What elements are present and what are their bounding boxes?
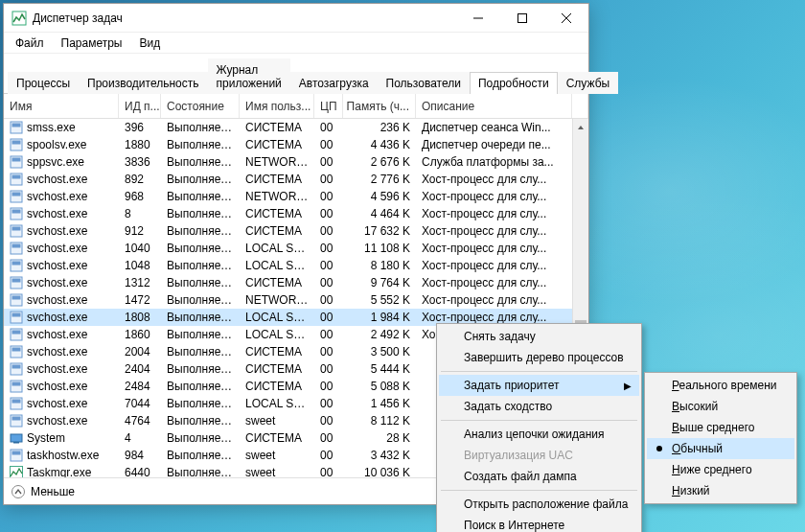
svg-rect-36: [12, 382, 21, 386]
process-user: LOCAL SE...: [240, 328, 314, 341]
process-name: svchost.exe: [27, 190, 87, 203]
process-icon: [10, 311, 23, 324]
menu-item[interactable]: Снять задачу: [439, 326, 639, 347]
svg-rect-38: [12, 400, 21, 404]
process-row[interactable]: svchost.exe1312ВыполняетсяСИСТЕМА009 764…: [4, 274, 572, 291]
scroll-up-button[interactable]: [573, 119, 588, 135]
tab-4[interactable]: Пользователи: [378, 72, 470, 94]
process-desc: Хост-процесс для слу...: [416, 311, 572, 324]
svg-rect-10: [12, 158, 21, 162]
process-row[interactable]: svchost.exe8ВыполняетсяСИСТЕМА004 464 KХ…: [4, 205, 572, 222]
process-cpu: 00: [314, 207, 343, 220]
menu-item[interactable]: Создать файл дампа: [439, 466, 639, 487]
process-cpu: 00: [314, 345, 343, 359]
tab-5[interactable]: Подробности: [470, 72, 558, 94]
col-header-state[interactable]: Состояние: [161, 94, 240, 118]
menu-item[interactable]: Завершить дерево процессов: [439, 347, 639, 368]
process-name: svchost.exe: [27, 397, 87, 410]
process-row[interactable]: spoolsv.exe1880ВыполняетсяСИСТЕМА004 436…: [4, 136, 572, 153]
menu-item[interactable]: Задать приоритет▶: [439, 375, 639, 396]
col-header-desc[interactable]: Описание: [416, 94, 572, 118]
fewer-details-icon[interactable]: [12, 485, 25, 498]
priority-item[interactable]: Обычный: [647, 438, 794, 459]
priority-item[interactable]: Реального времени: [647, 375, 794, 396]
process-row[interactable]: svchost.exe912ВыполняетсяСИСТЕМА0017 632…: [4, 222, 572, 240]
app-icon: [12, 11, 27, 26]
col-header-pid[interactable]: ИД п...: [119, 94, 161, 118]
menu-item[interactable]: Задать сходство: [439, 396, 639, 417]
process-row[interactable]: svchost.exe968ВыполняетсяNETWORK...004 5…: [4, 188, 572, 205]
close-button[interactable]: [544, 4, 588, 33]
svg-rect-12: [12, 175, 21, 179]
menu-item[interactable]: Поиск в Интернете: [439, 515, 639, 532]
col-header-user[interactable]: Имя польз...: [240, 94, 314, 118]
svg-marker-50: [578, 126, 584, 129]
tab-6[interactable]: Службы: [558, 72, 618, 94]
minimize-button[interactable]: [456, 4, 500, 33]
process-icon: [10, 362, 23, 376]
process-cpu: 00: [314, 224, 343, 238]
process-desc: Хост-процесс для слу...: [416, 293, 572, 307]
col-header-cpu[interactable]: ЦП: [314, 94, 343, 118]
process-memory: 236 K: [343, 121, 416, 134]
process-cpu: 00: [314, 311, 343, 324]
menu-view[interactable]: Вид: [131, 35, 168, 52]
priority-submenu: Реального времениВысокийВыше среднегоОбы…: [644, 372, 797, 504]
process-memory: 2 676 K: [343, 155, 416, 169]
tab-3[interactable]: Автозагрузка: [290, 72, 378, 94]
context-menu: Снять задачуЗавершить дерево процессовЗа…: [436, 323, 642, 532]
svg-rect-24: [12, 279, 21, 283]
process-state: Выполняется: [161, 293, 240, 307]
maximize-button[interactable]: [500, 4, 544, 33]
tab-0[interactable]: Процессы: [8, 72, 79, 94]
process-pid: 1808: [119, 311, 161, 324]
menu-options[interactable]: Параметры: [54, 35, 130, 52]
process-state: Выполняется: [161, 362, 240, 376]
process-state: Выполняется: [161, 259, 240, 272]
priority-item[interactable]: Низкий: [647, 480, 794, 501]
priority-item[interactable]: Высокий: [647, 396, 794, 417]
process-user: СИСТЕМА: [240, 173, 314, 186]
menu-file[interactable]: Файл: [8, 35, 52, 52]
process-row[interactable]: svchost.exe1472ВыполняетсяNETWORK...005 …: [4, 291, 572, 309]
process-user: sweet: [240, 449, 314, 462]
fewer-details-label[interactable]: Меньше: [31, 485, 75, 498]
process-desc: Диспетчер очереди пе...: [416, 138, 572, 151]
col-header-name[interactable]: Имя: [4, 94, 119, 118]
process-icon: [10, 380, 23, 393]
tab-2[interactable]: Журнал приложений: [208, 58, 290, 94]
priority-item[interactable]: Выше среднего: [647, 417, 794, 438]
tab-1[interactable]: Производительность: [79, 72, 207, 94]
process-desc: Диспетчер сеанса Win...: [416, 121, 572, 134]
process-memory: 3 500 K: [343, 345, 416, 359]
process-user: LOCAL SE...: [240, 242, 314, 255]
process-memory: 2 492 K: [343, 328, 416, 341]
svg-rect-42: [13, 442, 19, 444]
process-state: Выполняется: [161, 207, 240, 220]
process-name: smss.exe: [27, 121, 76, 134]
process-desc: Хост-процесс для слу...: [416, 224, 572, 238]
process-row[interactable]: sppsvc.exe3836ВыполняетсяNETWORK...002 6…: [4, 153, 572, 171]
process-state: Выполняется: [161, 380, 240, 393]
process-icon: [10, 207, 23, 220]
menubar: Файл Параметры Вид: [4, 33, 588, 54]
process-icon: [10, 276, 23, 289]
process-desc: Хост-процесс для слу...: [416, 190, 572, 203]
process-memory: 1 456 K: [343, 397, 416, 410]
priority-item[interactable]: Ниже среднего: [647, 459, 794, 480]
menu-item[interactable]: Анализ цепочки ожидания: [439, 424, 639, 445]
process-row[interactable]: svchost.exe1040ВыполняетсяLOCAL SE...001…: [4, 240, 572, 257]
process-icon: [10, 155, 23, 169]
menu-item[interactable]: Открыть расположение файла: [439, 494, 639, 515]
process-memory: 4 436 K: [343, 138, 416, 151]
process-user: СИСТЕМА: [240, 362, 314, 376]
process-icon: [10, 466, 23, 477]
titlebar[interactable]: Диспетчер задач: [4, 4, 588, 33]
process-row[interactable]: smss.exe396ВыполняетсяСИСТЕМА00236 KДисп…: [4, 119, 572, 136]
col-header-memory[interactable]: Память (ч...: [343, 94, 416, 118]
process-row[interactable]: svchost.exe892ВыполняетсяСИСТЕМА002 776 …: [4, 171, 572, 188]
process-name: svchost.exe: [27, 259, 87, 272]
svg-rect-8: [12, 141, 21, 145]
process-row[interactable]: svchost.exe1048ВыполняетсяLOCAL SE...008…: [4, 257, 572, 274]
process-pid: 984: [119, 449, 161, 462]
